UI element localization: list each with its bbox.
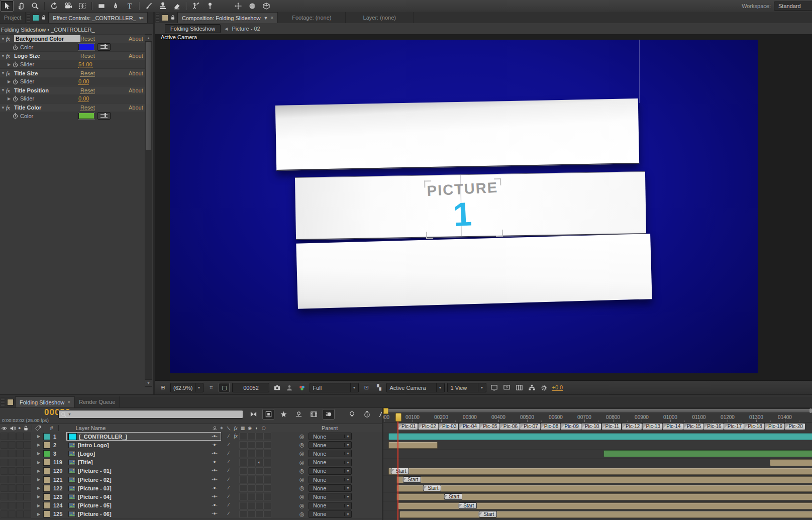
collapse-column-icon[interactable]: ✶ bbox=[218, 425, 225, 432]
panel-grip[interactable] bbox=[156, 14, 159, 22]
layer-label-color[interactable] bbox=[43, 493, 50, 500]
collapse-toggle[interactable] bbox=[218, 459, 225, 465]
tab-timeline-composition[interactable]: Folding Slideshow × bbox=[15, 396, 75, 407]
quality-toggle[interactable]: ∕ bbox=[225, 493, 232, 499]
timeline-track-row[interactable] bbox=[383, 449, 812, 458]
frame-blend-button[interactable] bbox=[308, 409, 320, 420]
layer-name-box[interactable]: [Picture - 03] bbox=[66, 484, 221, 492]
solo-toggle[interactable] bbox=[16, 441, 24, 449]
fx-toggle[interactable] bbox=[232, 476, 239, 482]
parent-pickwhip-icon[interactable]: ◎ bbox=[299, 450, 304, 457]
resolution-select[interactable]: Full ▼ bbox=[310, 383, 359, 392]
video-toggle[interactable] bbox=[1, 476, 8, 483]
solo-toggle[interactable] bbox=[16, 502, 24, 509]
layer-marker[interactable]: Start bbox=[423, 485, 441, 491]
motion-blur-toggle[interactable] bbox=[247, 441, 255, 449]
comp-marker[interactable]: Pic-18 bbox=[744, 423, 764, 430]
comp-marker[interactable]: Pic-10 bbox=[581, 423, 601, 430]
pan-behind-tool-button[interactable] bbox=[76, 1, 89, 12]
fast-previews-icon[interactable] bbox=[501, 383, 512, 392]
timeline-track-row[interactable]: Start bbox=[383, 501, 812, 510]
slider-value[interactable]: 54.00 bbox=[78, 61, 92, 68]
collapse-toggle[interactable] bbox=[218, 502, 225, 508]
layer-marker[interactable]: Start bbox=[391, 468, 409, 474]
motion-blur-toggle[interactable] bbox=[247, 484, 255, 492]
quality-toggle[interactable]: ∕ bbox=[225, 476, 232, 482]
adjustment-toggle[interactable] bbox=[255, 510, 263, 518]
scroll-down-icon[interactable]: ▼ bbox=[145, 379, 152, 386]
motion-blur-button[interactable] bbox=[323, 409, 335, 420]
panel-menu-icon[interactable]: ▾≡ bbox=[139, 16, 143, 21]
chevron-down-icon[interactable]: ▼ bbox=[264, 16, 268, 21]
layer-name-box[interactable]: [_CONTROLLER_] bbox=[66, 432, 221, 441]
shy-toggle[interactable]: -●- bbox=[211, 476, 218, 482]
parent-pickwhip-icon[interactable]: ◎ bbox=[299, 502, 304, 509]
audio-toggle[interactable] bbox=[8, 467, 16, 475]
slider-value[interactable]: 0.00 bbox=[78, 95, 89, 102]
brush-tool-button[interactable] bbox=[142, 1, 155, 12]
lock-column-icon[interactable] bbox=[23, 425, 29, 432]
comp-marker[interactable]: Pic-20 bbox=[784, 423, 805, 430]
nav-comp-secondary[interactable]: Picture - 02 bbox=[232, 26, 260, 32]
puppet-pin-tool-button[interactable] bbox=[204, 1, 217, 12]
region-icon[interactable]: ⊡ bbox=[361, 383, 371, 392]
parent-select[interactable]: None▼ bbox=[309, 493, 352, 500]
shy-toggle[interactable]: -●- bbox=[211, 459, 218, 465]
show-snapshot-icon[interactable] bbox=[284, 383, 294, 392]
fx-toggle[interactable] bbox=[232, 484, 239, 491]
flowchart-icon[interactable] bbox=[527, 383, 537, 392]
expander-icon[interactable]: ▶ bbox=[6, 62, 12, 67]
threed-column-icon[interactable]: ⬡ bbox=[260, 425, 267, 432]
stopwatch-icon[interactable] bbox=[12, 95, 20, 102]
label-column-icon[interactable] bbox=[35, 425, 41, 432]
shy-toggle[interactable]: -●- bbox=[211, 493, 218, 499]
timeline-track-row[interactable]: Start bbox=[383, 467, 812, 476]
timeline-track-row[interactable] bbox=[383, 432, 812, 441]
parent-pickwhip-icon[interactable]: ◎ bbox=[299, 468, 304, 474]
time-ruler[interactable]: 0000001000020000300004000050000600007000… bbox=[383, 413, 812, 423]
panel-grip[interactable] bbox=[1, 398, 5, 406]
layer-name-box[interactable]: [Picture - 04] bbox=[66, 492, 221, 501]
layer-expander-icon[interactable]: ▶ bbox=[35, 469, 42, 473]
layer-name-box[interactable]: [Title] bbox=[66, 458, 221, 467]
share-view-icon[interactable] bbox=[489, 383, 499, 392]
layer-name-box[interactable]: [Picture - 01] bbox=[66, 467, 221, 475]
reset-link[interactable]: Reset bbox=[80, 70, 95, 77]
layer-row[interactable]: ▶122[Picture - 03]-●-∕◎None▼ bbox=[0, 484, 382, 493]
timeline-divider[interactable] bbox=[382, 408, 383, 520]
region-of-interest-icon[interactable]: ▢ bbox=[219, 383, 230, 392]
shy-toggle[interactable]: -●- bbox=[211, 484, 218, 491]
reset-link[interactable]: Reset bbox=[80, 36, 95, 42]
layer-name-column-label[interactable]: Layer Name bbox=[75, 425, 106, 431]
parent-pickwhip-icon[interactable]: ◎ bbox=[299, 433, 304, 440]
panel-grip[interactable] bbox=[27, 14, 30, 22]
shy-toggle[interactable]: -●- bbox=[211, 450, 218, 456]
layer-expander-icon[interactable]: ▶ bbox=[35, 512, 42, 516]
adjustment-toggle[interactable]: ◐ bbox=[255, 459, 263, 466]
audio-toggle[interactable] bbox=[8, 510, 16, 518]
quality-toggle[interactable]: ∕ bbox=[225, 433, 232, 439]
exposure-value[interactable]: +0.0 bbox=[552, 384, 563, 391]
adjustment-column-icon[interactable]: ◐ bbox=[253, 425, 260, 432]
effect-name[interactable]: Title Position bbox=[14, 87, 80, 93]
effect-name[interactable]: Background Color bbox=[14, 35, 80, 42]
frame-blend-toggle[interactable] bbox=[239, 433, 247, 440]
tab-project[interactable]: Project bbox=[0, 12, 26, 23]
motion-blur-toggle[interactable] bbox=[247, 433, 255, 440]
parent-select[interactable]: None▼ bbox=[309, 450, 352, 457]
adjustment-toggle[interactable] bbox=[255, 502, 263, 509]
motion-blur-toggle[interactable] bbox=[247, 510, 255, 518]
layer-duration-bar[interactable] bbox=[396, 485, 812, 492]
expander-icon[interactable]: ▶ bbox=[6, 79, 12, 84]
comp-marker[interactable]: Pic-02 bbox=[418, 423, 439, 430]
audio-toggle[interactable] bbox=[8, 502, 16, 509]
layer-label-color[interactable] bbox=[43, 485, 50, 492]
layer-label-color[interactable] bbox=[43, 442, 50, 449]
timeline-track-row[interactable]: Start bbox=[383, 510, 812, 519]
safe-margins-icon[interactable]: ⌗ bbox=[206, 383, 216, 392]
collapse-toggle[interactable] bbox=[218, 441, 225, 448]
lock-toggle[interactable] bbox=[24, 510, 31, 518]
shy-toggle[interactable]: -●- bbox=[211, 502, 218, 508]
layer-row[interactable]: ▶123[Picture - 04]-●-∕◎None▼ bbox=[0, 492, 382, 501]
effect-name[interactable]: Title Color bbox=[14, 105, 80, 111]
